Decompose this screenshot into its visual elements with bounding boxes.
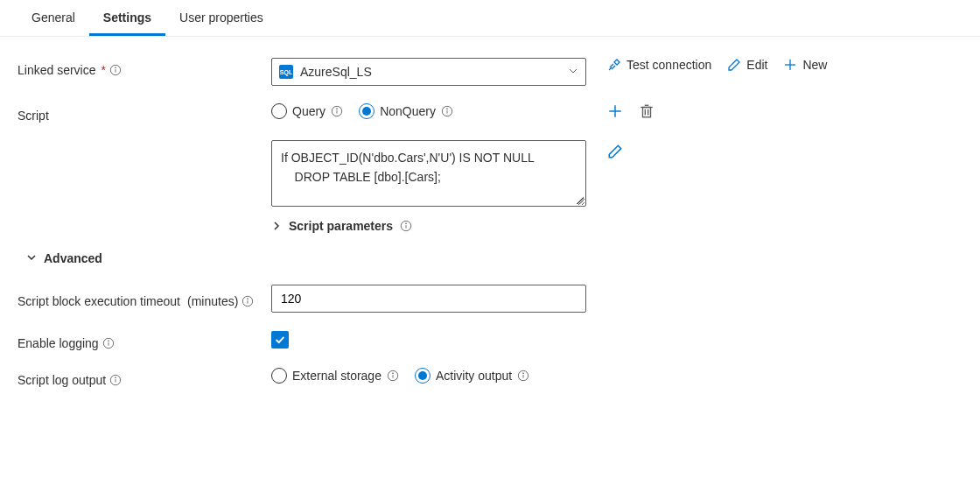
chevron-down-icon [26,251,37,265]
svg-point-27 [108,340,108,341]
tab-settings[interactable]: Settings [89,0,165,36]
chevron-right-icon [271,221,282,231]
tab-user-properties[interactable]: User properties [165,0,277,36]
script-textarea[interactable]: If OBJECT_ID(N'dbo.Cars',N'U') IS NOT NU… [271,140,586,207]
script-log-output-label: Script log output [18,368,271,387]
enable-logging-label: Enable logging [18,331,271,350]
test-connection-button[interactable]: Test connection [607,58,711,72]
tab-general[interactable]: General [18,0,89,36]
timeout-input[interactable] [271,285,586,313]
required-asterisk: * [102,63,106,77]
svg-point-33 [393,372,394,373]
svg-point-24 [248,299,248,299]
svg-point-21 [406,223,407,224]
svg-point-2 [116,67,116,68]
delete-script-button[interactable] [639,103,654,119]
svg-point-30 [116,377,116,377]
sql-icon: SQL [279,65,293,79]
info-icon[interactable] [441,105,453,117]
timeout-label: Script block execution timeout (minutes) [18,285,271,313]
radio-icon [271,103,287,119]
radio-nonquery[interactable]: NonQuery [359,103,453,119]
chevron-down-icon [568,65,578,79]
info-icon[interactable] [387,370,399,382]
svg-line-3 [609,67,612,70]
svg-point-8 [337,109,338,109]
info-icon[interactable] [517,370,529,382]
tab-bar: General Settings User properties [0,0,980,37]
linked-service-dropdown[interactable]: SQL AzureSql_LS [271,58,586,86]
radio-external-storage[interactable]: External storage [271,368,399,384]
info-icon[interactable] [242,295,254,307]
edit-script-button[interactable] [607,144,623,159]
info-icon[interactable] [109,64,122,76]
radio-icon [359,103,374,119]
script-parameters-expander[interactable]: Script parameters [271,219,412,233]
advanced-expander[interactable]: Advanced [26,251,102,265]
plus-icon [783,58,797,72]
info-icon[interactable] [102,337,115,349]
info-icon[interactable] [400,220,412,232]
edit-button[interactable]: Edit [727,58,767,72]
info-icon[interactable] [109,374,122,386]
linked-service-value: AzureSql_LS [300,65,561,79]
radio-query[interactable]: Query [271,103,343,119]
svg-rect-14 [643,108,651,117]
svg-point-36 [523,372,524,373]
test-connection-icon [607,58,621,72]
radio-icon [271,368,287,384]
pencil-icon [727,58,741,72]
script-label: Script [18,103,271,123]
radio-icon [415,368,430,384]
radio-activity-output[interactable]: Activity output [415,368,529,384]
add-script-button[interactable] [607,103,623,119]
info-icon[interactable] [331,105,343,117]
svg-point-11 [447,109,448,109]
enable-logging-checkbox[interactable] [271,331,289,349]
new-button[interactable]: New [783,58,827,72]
linked-service-label: Linked service * [18,58,271,77]
